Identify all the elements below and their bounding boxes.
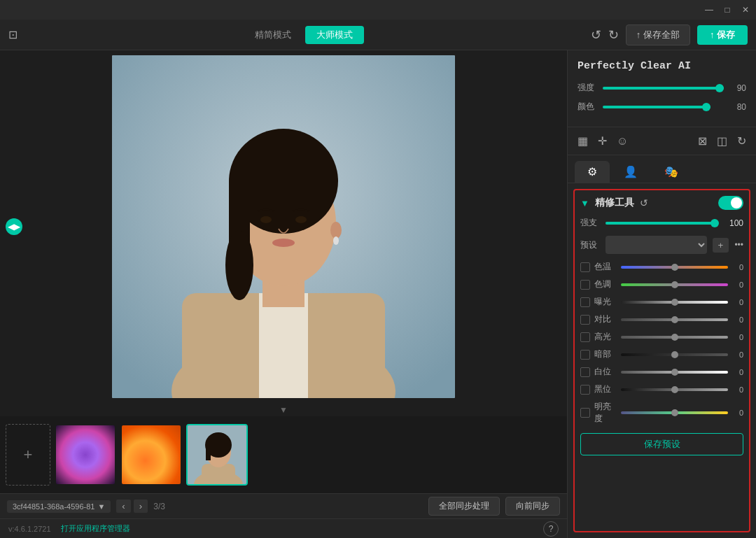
adj-value-vibrance: 0 — [732, 409, 743, 417]
master-mode-button[interactable]: 大师模式 — [305, 26, 364, 44]
face-icon[interactable]: ☺ — [615, 134, 629, 149]
adj-check-contrast[interactable] — [580, 315, 590, 325]
tab-retouch[interactable]: 👤 — [611, 161, 650, 183]
adj-label-white: 白位 — [594, 366, 617, 378]
maximize-button[interactable]: □ — [722, 5, 732, 15]
svg-rect-4 — [259, 293, 308, 398]
preset-add-button[interactable]: + — [713, 238, 729, 253]
intensity-slider[interactable] — [603, 87, 724, 90]
adj-check-color-tint[interactable] — [580, 280, 590, 290]
tools-header: ▼ 精修工具 ↺ — [580, 196, 743, 210]
save-button[interactable]: ↑ 保存 — [697, 25, 748, 45]
adj-label-vibrance: 明亮度 — [594, 401, 617, 425]
main-image — [112, 55, 455, 398]
color-slider[interactable] — [603, 106, 724, 108]
adj-slider-highlight[interactable] — [621, 336, 728, 339]
thumbnail-1[interactable] — [55, 424, 116, 486]
close-button[interactable]: ✕ — [741, 5, 750, 15]
adj-value-contrast: 0 — [732, 316, 743, 324]
adj-label-exposure: 曝光 — [594, 296, 617, 308]
tab-adjustments[interactable]: ⚙ — [575, 161, 610, 183]
adj-color-tint: 色调 0 — [580, 278, 743, 290]
help-button[interactable]: ? — [543, 521, 559, 537]
adj-value-color-tint: 0 — [732, 281, 743, 289]
adj-value-black: 0 — [732, 385, 743, 394]
adj-value-highlight: 0 — [732, 333, 743, 341]
adj-check-color-temp[interactable] — [580, 262, 590, 272]
rotate-icon[interactable]: ↻ — [736, 133, 748, 149]
file-id[interactable]: 3cf44851-368a-4596-81 ▼ — [7, 500, 111, 513]
adj-check-shadow[interactable] — [580, 350, 590, 360]
nav-arrows: ‹ › — [116, 500, 148, 513]
ai-title: Perfectly Clear AI — [578, 60, 746, 72]
crop-tool-icon[interactable]: ✛ — [596, 133, 608, 149]
preset-row: 预设 + ••• — [580, 236, 743, 254]
adj-vibrance: 明亮度 0 — [580, 401, 743, 425]
icon-toolbar: ▦ ✛ ☺ ⊠ ◫ ↻ — [568, 127, 756, 155]
redo-button[interactable]: ↻ — [608, 27, 619, 43]
adj-black: 黑位 0 — [580, 383, 743, 395]
thumbnail-2[interactable] — [120, 424, 182, 486]
thumbnail-3[interactable] — [186, 424, 248, 486]
adj-highlight: 高光 0 — [580, 331, 743, 343]
app-manager-link[interactable]: 打开应用程序管理器 — [61, 523, 130, 534]
adj-label-color-tint: 色调 — [594, 278, 617, 290]
adj-slider-white[interactable] — [621, 371, 728, 374]
main-content: ◀▶ — [0, 50, 756, 538]
svg-point-11 — [295, 216, 307, 223]
preset-select[interactable] — [606, 236, 707, 254]
color-value: 80 — [729, 102, 746, 112]
adj-slider-color-tint[interactable] — [621, 283, 728, 286]
histogram-icon[interactable]: ▦ — [576, 133, 589, 149]
tab-bar: ⚙ 👤 🎭 — [568, 155, 756, 183]
prev-button[interactable]: ‹ — [116, 500, 130, 513]
canvas-area: ◀▶ — [0, 50, 567, 402]
intensity-value: 90 — [729, 83, 746, 93]
adj-slider-color-temp[interactable] — [621, 266, 728, 269]
batch-button[interactable]: 全部同步处理 — [428, 497, 500, 516]
minimize-button[interactable]: — — [704, 5, 714, 15]
color-slider-row: 颜色 80 — [578, 101, 746, 113]
undo-button[interactable]: ↺ — [591, 27, 601, 43]
adj-check-vibrance[interactable] — [580, 408, 590, 418]
simple-mode-button[interactable]: 精简模式 — [244, 26, 302, 44]
save-all-button[interactable]: ↑ 保存全部 — [626, 24, 690, 45]
adj-white: 白位 0 — [580, 366, 743, 378]
adj-slider-exposure[interactable] — [621, 301, 728, 304]
compare-icon[interactable]: ⊠ — [696, 133, 708, 149]
adj-check-black[interactable] — [580, 385, 590, 395]
adj-check-highlight[interactable] — [580, 332, 590, 342]
add-image-button[interactable]: + — [6, 424, 50, 486]
left-panel: ◀▶ — [0, 50, 567, 538]
adj-slider-contrast[interactable] — [621, 318, 728, 321]
adj-slider-vibrance[interactable] — [621, 411, 728, 414]
bottom-bar: 3cf44851-368a-4596-81 ▼ ‹ › 3/3 全部同步处理 向… — [0, 493, 567, 518]
save-preset-button[interactable]: 保存预设 — [580, 433, 743, 455]
svg-point-13 — [333, 236, 339, 245]
adj-exposure: 曝光 0 — [580, 296, 743, 308]
adj-slider-shadow[interactable] — [621, 353, 728, 356]
panel-toggle[interactable]: ◀▶ — [6, 218, 22, 235]
tools-toggle[interactable] — [718, 196, 743, 210]
adj-check-white[interactable] — [580, 367, 590, 377]
tools-refresh-icon[interactable]: ↺ — [640, 197, 648, 208]
adj-slider-black[interactable] — [621, 388, 728, 391]
intensity-slider-row: 强度 90 — [578, 82, 746, 94]
adj-check-exposure[interactable] — [580, 297, 590, 307]
tools-intensity-label: 强支 — [580, 217, 600, 229]
tools-intensity-row: 强支 100 — [580, 217, 743, 229]
split-icon[interactable]: ◫ — [715, 133, 729, 149]
tools-section: ▼ 精修工具 ↺ 强支 100 预设 + • — [573, 189, 750, 532]
tools-intensity-slider[interactable] — [606, 222, 718, 225]
crop-icon[interactable]: ⊡ — [8, 28, 18, 41]
intensity-label: 强度 — [578, 82, 597, 94]
bottom-bar-right: 全部同步处理 向前同步 — [428, 497, 560, 516]
next-button[interactable]: › — [134, 500, 148, 513]
preset-more-button[interactable]: ••• — [734, 240, 743, 250]
thumbnail-strip: + — [0, 416, 567, 493]
sync-button[interactable]: 向前同步 — [505, 497, 560, 516]
adj-color-temp: 色温 0 — [580, 261, 743, 273]
svg-rect-20 — [206, 445, 211, 460]
svg-point-14 — [272, 239, 295, 247]
tab-effects[interactable]: 🎭 — [652, 161, 691, 183]
